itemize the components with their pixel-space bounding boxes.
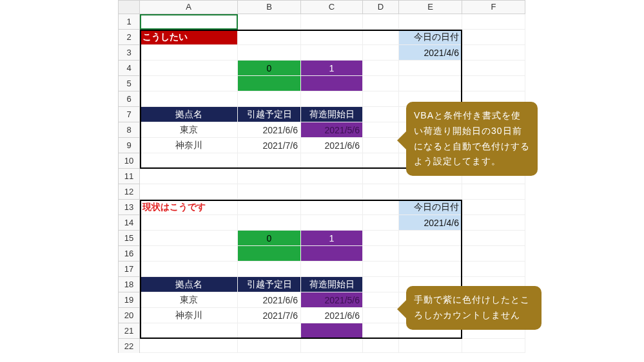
cell-e2[interactable]: 今日の日付 <box>399 30 462 45</box>
cell-d4[interactable] <box>363 61 399 76</box>
cell-a9[interactable]: 神奈川 <box>140 138 238 153</box>
row-header-10[interactable]: 10 <box>118 153 140 169</box>
col-header-e[interactable]: E <box>399 0 462 14</box>
col-header-d[interactable]: D <box>363 0 399 14</box>
cell-c1[interactable] <box>301 14 363 30</box>
cell-b7[interactable]: 引越予定日 <box>238 107 301 122</box>
cell-c3[interactable] <box>301 45 363 61</box>
cell-c7[interactable]: 荷造開始日 <box>301 107 363 122</box>
cell-c11[interactable] <box>301 169 363 184</box>
cell-c5[interactable] <box>301 76 363 91</box>
cell-c13[interactable] <box>301 200 363 215</box>
cell-d12[interactable] <box>363 184 399 200</box>
cell-e14[interactable]: 2021/4/6 <box>399 215 462 231</box>
cell-a21[interactable] <box>140 323 238 339</box>
cell-e12[interactable] <box>399 184 462 200</box>
row-header-18[interactable]: 18 <box>118 277 140 292</box>
cell-d1[interactable] <box>363 14 399 30</box>
row-header-19[interactable]: 19 <box>118 292 140 308</box>
cell-e16[interactable] <box>399 246 462 262</box>
cell-c12[interactable] <box>301 184 363 200</box>
cell-c9[interactable]: 2021/6/6 <box>301 138 363 153</box>
cell-d16[interactable] <box>363 246 399 262</box>
cell-d10[interactable] <box>363 153 399 169</box>
cell-d11[interactable] <box>363 169 399 184</box>
cell-c10[interactable] <box>301 153 363 169</box>
row-header-22[interactable]: 22 <box>118 339 140 353</box>
cell-f15[interactable] <box>462 231 525 246</box>
cell-e1[interactable] <box>399 14 462 30</box>
cell-a16[interactable] <box>140 246 238 262</box>
row-header-2[interactable]: 2 <box>118 30 140 45</box>
cell-a22[interactable] <box>140 339 238 353</box>
cell-b15[interactable]: 0 <box>238 231 301 246</box>
cell-d22[interactable] <box>363 339 399 353</box>
row-header-5[interactable]: 5 <box>118 76 140 91</box>
cell-d5[interactable] <box>363 76 399 91</box>
cell-b20[interactable]: 2021/7/6 <box>238 308 301 323</box>
cell-f5[interactable] <box>462 76 525 91</box>
cell-a3[interactable] <box>140 45 238 61</box>
row-header-16[interactable]: 16 <box>118 246 140 262</box>
cell-c17[interactable] <box>301 262 363 277</box>
col-header-b[interactable]: B <box>238 0 301 14</box>
cell-f17[interactable] <box>462 262 525 277</box>
cell-d7[interactable] <box>363 107 399 122</box>
row-header-12[interactable]: 12 <box>118 184 140 200</box>
cell-c2[interactable] <box>301 30 363 45</box>
row-header-20[interactable]: 20 <box>118 308 140 323</box>
row-header-17[interactable]: 17 <box>118 262 140 277</box>
cell-d14[interactable] <box>363 215 399 231</box>
cell-a6[interactable] <box>140 91 238 107</box>
cell-c22[interactable] <box>301 339 363 353</box>
cell-a5[interactable] <box>140 76 238 91</box>
row-header-4[interactable]: 4 <box>118 61 140 76</box>
cell-e3[interactable]: 2021/4/6 <box>399 45 462 61</box>
cell-a11[interactable] <box>140 169 238 184</box>
cell-b14[interactable] <box>238 215 301 231</box>
cell-f16[interactable] <box>462 246 525 262</box>
cell-c8[interactable]: 2021/5/6 <box>301 122 363 138</box>
cell-a10[interactable] <box>140 153 238 169</box>
cell-a8[interactable]: 東京 <box>140 122 238 138</box>
cell-f14[interactable] <box>462 215 525 231</box>
cell-b1[interactable] <box>238 14 301 30</box>
cell-a17[interactable] <box>140 262 238 277</box>
cell-c21[interactable] <box>301 323 363 339</box>
cell-a2[interactable]: こうしたい <box>140 30 238 45</box>
cell-f4[interactable] <box>462 61 525 76</box>
cell-e22[interactable] <box>399 339 462 353</box>
cell-a4[interactable] <box>140 61 238 76</box>
cell-c19[interactable]: 2021/5/6 <box>301 292 363 308</box>
cell-c6[interactable] <box>301 91 363 107</box>
cell-b8[interactable]: 2021/6/6 <box>238 122 301 138</box>
cell-a1[interactable] <box>140 14 238 30</box>
cell-b18[interactable]: 引越予定日 <box>238 277 301 292</box>
col-header-f[interactable]: F <box>462 0 525 14</box>
cell-d2[interactable] <box>363 30 399 45</box>
cell-e15[interactable] <box>399 231 462 246</box>
cell-e5[interactable] <box>399 76 462 91</box>
cell-a19[interactable]: 東京 <box>140 292 238 308</box>
row-header-8[interactable]: 8 <box>118 122 140 138</box>
cell-d21[interactable] <box>363 323 399 339</box>
cell-b9[interactable]: 2021/7/6 <box>238 138 301 153</box>
cell-d15[interactable] <box>363 231 399 246</box>
cell-c18[interactable]: 荷造開始日 <box>301 277 363 292</box>
cell-b21[interactable] <box>238 323 301 339</box>
cell-b16[interactable] <box>238 246 301 262</box>
row-header-6[interactable]: 6 <box>118 91 140 107</box>
cell-d3[interactable] <box>363 45 399 61</box>
cell-f1[interactable] <box>462 14 525 30</box>
row-header-1[interactable]: 1 <box>118 14 140 30</box>
cell-a20[interactable]: 神奈川 <box>140 308 238 323</box>
cell-d17[interactable] <box>363 262 399 277</box>
row-header-11[interactable]: 11 <box>118 169 140 184</box>
cell-b17[interactable] <box>238 262 301 277</box>
cell-b4[interactable]: 0 <box>238 61 301 76</box>
cell-e13[interactable]: 今日の日付 <box>399 200 462 215</box>
row-header-3[interactable]: 3 <box>118 45 140 61</box>
cell-a12[interactable] <box>140 184 238 200</box>
cell-b13[interactable] <box>238 200 301 215</box>
cell-e17[interactable] <box>399 262 462 277</box>
